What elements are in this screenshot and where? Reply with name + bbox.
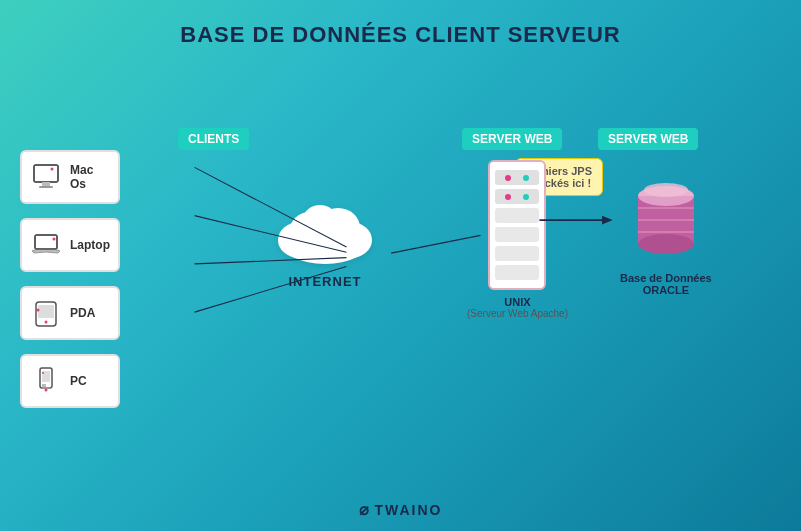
svg-marker-38 <box>602 216 613 225</box>
pda-device: PDA <box>20 286 120 340</box>
server-unit-1 <box>495 170 539 185</box>
laptop-label: Laptop <box>70 238 110 252</box>
cloud-icon <box>270 200 380 270</box>
pda-icon <box>30 297 62 329</box>
mac-label: Mac Os <box>70 163 110 191</box>
server-unit-3 <box>495 208 539 223</box>
svg-rect-5 <box>35 235 57 249</box>
server-rack <box>488 160 546 290</box>
pc-label: PC <box>70 374 87 388</box>
svg-rect-2 <box>42 182 50 186</box>
svg-point-26 <box>638 234 694 254</box>
svg-rect-3 <box>39 186 53 188</box>
unix-server: UNIX (Serveur Web Apache) <box>467 160 568 319</box>
logo-symbol: ⌀ <box>359 500 371 519</box>
unix-sublabel: (Serveur Web Apache) <box>467 308 568 319</box>
server-web-label-2: SERVER WEB <box>598 128 698 150</box>
page-title: BASE DE DONNÉES CLIENT SERVEUR <box>0 0 801 48</box>
oracle-label: Base de Données ORACLE <box>620 272 712 296</box>
svg-point-23 <box>302 205 338 239</box>
svg-point-17 <box>42 372 44 374</box>
server-web-label-1: SERVER WEB <box>462 128 562 150</box>
internet-label: INTERNET <box>270 274 380 289</box>
svg-point-10 <box>45 321 48 324</box>
oracle-database: Base de Données ORACLE <box>620 180 712 296</box>
svg-rect-0 <box>34 165 58 182</box>
server-unit-2 <box>495 189 539 204</box>
clients-label: CLIENTS <box>178 128 249 150</box>
diagram-area: CLIENTS SERVER WEB SERVER WEB Mac Os <box>0 70 801 481</box>
svg-point-4 <box>51 168 54 171</box>
svg-rect-9 <box>38 305 54 318</box>
svg-point-7 <box>53 238 56 241</box>
svg-point-31 <box>644 183 688 197</box>
database-icon <box>631 180 701 260</box>
main-container: BASE DE DONNÉES CLIENT SERVEUR CLIENTS S… <box>0 0 801 531</box>
svg-point-11 <box>37 309 40 312</box>
mac-device: Mac Os <box>20 150 120 204</box>
pc-icon <box>30 365 62 397</box>
svg-point-16 <box>45 389 48 392</box>
footer-logo: ⌀ TWAINO <box>359 500 443 519</box>
monitor-icon <box>30 161 62 193</box>
laptop-device: Laptop <box>20 218 120 272</box>
led-pink-1 <box>505 175 511 181</box>
devices-list: Mac Os Laptop PD <box>20 150 120 408</box>
server-unit-6 <box>495 265 539 280</box>
led-teal-1 <box>523 175 529 181</box>
server-unit-5 <box>495 246 539 261</box>
unix-label: UNIX <box>467 296 568 308</box>
internet-cloud-area: INTERNET <box>270 200 380 289</box>
led-pink-2 <box>505 194 511 200</box>
svg-rect-14 <box>42 384 46 387</box>
logo-text: TWAINO <box>375 502 443 518</box>
pda-label: PDA <box>70 306 95 320</box>
pc-device: PC <box>20 354 120 408</box>
server-unit-4 <box>495 227 539 242</box>
led-teal-2 <box>523 194 529 200</box>
laptop-icon <box>30 229 62 261</box>
